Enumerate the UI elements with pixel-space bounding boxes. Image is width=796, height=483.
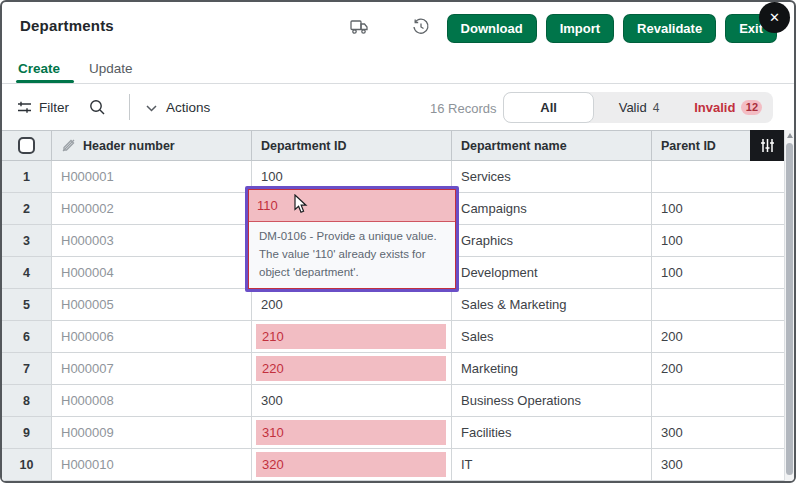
table-row: 9 H000009 310 Facilities 300 (2, 417, 784, 449)
cell-department-name[interactable]: Facilities (452, 417, 652, 448)
filter-button[interactable]: Filter (39, 100, 69, 115)
column-settings-icon[interactable] (750, 130, 784, 161)
column-label: Header number (83, 139, 175, 153)
invalid-department-id-cell[interactable]: 110 (249, 190, 455, 222)
cell-header-number[interactable]: H000001 (52, 161, 252, 192)
cell-header-number[interactable]: H000006 (52, 321, 252, 352)
truck-icon[interactable] (350, 19, 369, 35)
row-number: 1 (2, 161, 52, 192)
row-number: 4 (2, 257, 52, 288)
segment-invalid-label: Invalid (694, 100, 735, 115)
download-button[interactable]: Download (447, 14, 537, 43)
cell-parent-id[interactable]: 300 (652, 449, 784, 480)
cell-department-name[interactable]: Development (452, 257, 652, 288)
table-row: 8 H000008 300 Business Operations (2, 385, 784, 417)
cell-department-id[interactable]: 300 (252, 385, 452, 416)
selected-cell-outline: 110 DM-0106 - Provide a unique value. Th… (245, 186, 459, 292)
cell-department-name[interactable]: Business Operations (452, 385, 652, 416)
no-edit-icon (61, 138, 76, 153)
invalid-count-badge: 12 (741, 100, 762, 115)
import-button[interactable]: Import (546, 14, 614, 43)
invalid-value-highlight: 310 (256, 420, 446, 445)
column-department-name[interactable]: Department name (452, 131, 652, 160)
row-number: 5 (2, 289, 52, 320)
cell-header-number[interactable]: H000005 (52, 289, 252, 320)
scrollbar-thumb[interactable] (786, 143, 793, 475)
cell-parent-id[interactable]: 300 (652, 417, 784, 448)
cell-value: 300 (252, 393, 283, 408)
table-row: 6 H000006 210 Sales 200 (2, 321, 784, 353)
cell-parent-id[interactable] (652, 289, 784, 320)
select-all-cell (2, 131, 52, 160)
cell-department-name[interactable]: IT (452, 449, 652, 480)
cell-header-number[interactable]: H000007 (52, 353, 252, 384)
cell-department-id[interactable]: 310 (252, 417, 452, 448)
cell-department-name[interactable]: Services (452, 161, 652, 192)
close-icon[interactable]: ✕ (759, 2, 790, 33)
revalidate-button[interactable]: Revalidate (623, 14, 716, 43)
cell-department-id[interactable]: 220 (252, 353, 452, 384)
active-tab-underline (16, 80, 74, 83)
segment-all-label: All (540, 100, 557, 115)
error-tooltip: DM-0106 - Provide a unique value. The va… (249, 222, 455, 288)
cell-header-number[interactable]: H000004 (52, 257, 252, 288)
row-number: 10 (2, 449, 52, 480)
column-header-number[interactable]: Header number (52, 131, 252, 160)
invalid-value-highlight: 210 (256, 324, 446, 349)
search-icon[interactable] (89, 99, 106, 116)
cell-header-number[interactable]: H000008 (52, 385, 252, 416)
column-department-id[interactable]: Department ID (252, 131, 452, 160)
actions-button[interactable]: Actions (166, 100, 210, 115)
cell-value: 200 (252, 297, 283, 312)
table-row: 7 H000007 220 Marketing 200 (2, 353, 784, 385)
cell-header-number[interactable]: H000002 (52, 193, 252, 224)
toolbar-divider (129, 94, 130, 120)
cell-parent-id[interactable]: 100 (652, 193, 784, 224)
row-number: 9 (2, 417, 52, 448)
cell-department-name[interactable]: Campaigns (452, 193, 652, 224)
vertical-scrollbar[interactable] (784, 130, 794, 481)
cell-value: 100 (252, 169, 283, 184)
row-number: 6 (2, 321, 52, 352)
cell-parent-id[interactable] (652, 385, 784, 416)
table-row: 5 H000005 200 Sales & Marketing (2, 289, 784, 321)
select-all-checkbox[interactable] (18, 137, 35, 154)
page-title: Departments (20, 17, 114, 34)
history-icon[interactable] (412, 18, 430, 36)
filter-icon[interactable] (17, 101, 34, 115)
table-header: Header number Department ID Department n… (2, 130, 784, 161)
segment-valid-label: Valid (619, 100, 647, 115)
row-number: 7 (2, 353, 52, 384)
row-number: 2 (2, 193, 52, 224)
cell-department-name[interactable]: Sales (452, 321, 652, 352)
invalid-value-highlight: 220 (256, 356, 446, 381)
segment-valid[interactable]: Valid 4 (594, 92, 683, 123)
cell-department-name[interactable]: Graphics (452, 225, 652, 256)
scroll-up-icon[interactable] (787, 133, 793, 138)
cell-header-number[interactable]: H000009 (52, 417, 252, 448)
tab-create[interactable]: Create (18, 61, 60, 76)
segment-all[interactable]: All (503, 92, 594, 123)
cell-department-id[interactable]: 210 (252, 321, 452, 352)
row-number: 8 (2, 385, 52, 416)
row-number: 3 (2, 225, 52, 256)
cell-parent-id[interactable]: 100 (652, 257, 784, 288)
cell-department-name[interactable]: Sales & Marketing (452, 289, 652, 320)
cell-department-name[interactable]: Marketing (452, 353, 652, 384)
cell-parent-id[interactable] (652, 161, 784, 192)
cell-parent-id[interactable]: 200 (652, 321, 784, 352)
cell-department-id[interactable]: 320 (252, 449, 452, 480)
chevron-down-icon[interactable] (146, 105, 157, 112)
validity-filter: All Valid 4 Invalid 12 (503, 92, 773, 123)
cell-header-number[interactable]: H000003 (52, 225, 252, 256)
cell-parent-id[interactable]: 100 (652, 225, 784, 256)
records-count: 16 Records (430, 101, 496, 116)
cell-parent-id[interactable]: 200 (652, 353, 784, 384)
invalid-cell-group: 110 DM-0106 - Provide a unique value. Th… (248, 189, 456, 289)
cell-header-number[interactable]: H000010 (52, 449, 252, 480)
segment-invalid[interactable]: Invalid 12 (684, 92, 773, 123)
tabs-divider (2, 83, 794, 84)
table-row: 10 H000010 320 IT 300 (2, 449, 784, 481)
tab-update[interactable]: Update (89, 61, 133, 76)
cell-department-id[interactable]: 200 (252, 289, 452, 320)
